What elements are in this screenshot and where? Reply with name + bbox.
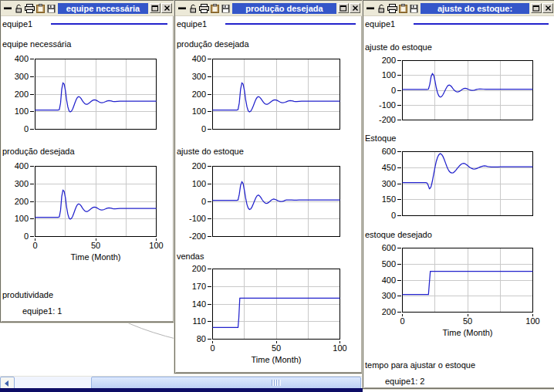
x-tick-label: 50 xyxy=(272,343,281,353)
y-tick-mark xyxy=(208,129,211,130)
chart-estoque: 6004503001500 xyxy=(365,151,553,218)
x-tick-label: 100 xyxy=(149,241,163,250)
x-tick-label: 0 xyxy=(32,241,37,250)
y-tick-label: -100 xyxy=(189,214,206,223)
print-icon[interactable] xyxy=(387,4,397,13)
y-tick-label: 200 xyxy=(192,161,206,171)
lock-icon[interactable] xyxy=(188,4,198,13)
close-button[interactable] xyxy=(542,3,553,13)
plot-area xyxy=(212,59,340,130)
canvas-bottom-edge xyxy=(0,388,363,392)
y-tick-mark xyxy=(208,269,211,269)
window-title[interactable]: produção desejada xyxy=(232,3,336,14)
x-tick-label: 50 xyxy=(463,316,472,326)
x-tick-label: 100 xyxy=(525,316,539,326)
save-icon[interactable] xyxy=(46,4,56,13)
window-menu-icon[interactable] xyxy=(366,4,376,13)
chart-ajuste-do-estoque: 2001000-100-200 xyxy=(365,60,553,122)
lock-icon[interactable] xyxy=(377,4,387,13)
run-name: equipe1 xyxy=(365,19,395,29)
y-tick-mark xyxy=(397,264,401,265)
y-tick-mark xyxy=(30,201,34,202)
parameter-readout: tempo para ajustar o estoque equipe1: 2 xyxy=(365,360,553,386)
graph-title: estoque desejado xyxy=(365,230,553,240)
titlebar[interactable]: equipe necessária xyxy=(1,1,174,16)
save-icon[interactable] xyxy=(221,4,231,13)
y-tick-label: 100 xyxy=(15,214,29,223)
maximize-button[interactable] xyxy=(531,3,542,13)
y-tick-label: 100 xyxy=(192,179,206,188)
y-tick-label: 0 xyxy=(24,231,29,241)
run-name: equipe1 xyxy=(2,19,32,29)
y-tick-mark xyxy=(208,339,211,340)
y-tick-label: 400 xyxy=(382,275,396,285)
close-button[interactable] xyxy=(350,3,360,13)
y-tick-label: 400 xyxy=(15,161,29,171)
y-tick-mark xyxy=(397,105,401,106)
y-tick-mark xyxy=(208,166,211,167)
y-tick-label: 100 xyxy=(192,106,206,116)
save-icon[interactable] xyxy=(409,4,419,13)
x-tick-label: 0 xyxy=(210,343,215,353)
y-tick-label: 200 xyxy=(15,90,29,99)
y-tick-label: 0 xyxy=(391,86,396,95)
chart-vendas: 20017014011080050100Time (Month) xyxy=(177,269,360,365)
legend-line xyxy=(414,23,549,25)
x-axis-title: Time (Month) xyxy=(402,328,533,338)
print-icon[interactable] xyxy=(199,4,209,13)
titlebar[interactable]: ajuste do estoque: xyxy=(363,1,554,16)
y-tick-label: 200 xyxy=(15,197,29,206)
scroll-left-arrow-icon xyxy=(5,380,8,387)
y-tick-label: 200 xyxy=(382,307,396,316)
window-menu-icon[interactable] xyxy=(3,4,13,13)
clipboard-icon[interactable] xyxy=(210,4,220,13)
plot-area xyxy=(212,269,340,340)
y-axis: 4003002001000 xyxy=(2,59,35,130)
parameter-value: equipe1: 2 xyxy=(365,377,553,386)
y-tick-mark xyxy=(397,167,401,168)
chart-producao-desejada: 4003002001000050100Time (Month) xyxy=(2,166,172,262)
graph-title: ajuste do estoque xyxy=(177,147,360,157)
y-tick-label: 140 xyxy=(192,299,206,309)
y-tick-label: 200 xyxy=(382,56,396,65)
maximize-button[interactable] xyxy=(338,3,349,13)
x-axis: 050100 xyxy=(35,238,157,251)
clipboard-icon[interactable] xyxy=(35,4,46,13)
window-equipe-necessaria: equipe necessária equipe1 equipe necessá… xyxy=(0,0,174,323)
x-axis-title: Time (Month) xyxy=(212,355,340,365)
scrollbar-grip-icon xyxy=(272,380,281,386)
y-tick-mark xyxy=(30,111,34,112)
window-producao-desejada: produção desejada equipe1 produção desej… xyxy=(174,0,363,373)
y-tick-mark xyxy=(208,111,211,112)
y-tick-label: 100 xyxy=(382,70,396,79)
window-title[interactable]: ajuste do estoque: xyxy=(421,3,529,14)
y-tick-mark xyxy=(208,236,211,237)
graph-title: ajuste do estoque xyxy=(365,42,553,52)
y-tick-mark xyxy=(397,60,401,61)
titlebar[interactable]: produção desejada xyxy=(175,1,362,16)
window-menu-icon[interactable] xyxy=(177,4,187,13)
y-tick-label: -100 xyxy=(379,100,396,110)
window-title[interactable]: equipe necessária xyxy=(58,3,148,14)
horizontal-scrollbar[interactable] xyxy=(0,376,363,389)
y-tick-label: 600 xyxy=(382,243,396,252)
print-icon[interactable] xyxy=(25,4,35,13)
parameter-value: equipe1: 1 xyxy=(2,306,172,316)
y-tick-mark xyxy=(397,120,401,120)
run-name: equipe1 xyxy=(177,19,207,29)
lock-icon[interactable] xyxy=(14,4,24,13)
y-tick-mark xyxy=(397,215,401,216)
close-button[interactable] xyxy=(161,3,172,13)
y-tick-mark xyxy=(397,280,401,281)
plot-area xyxy=(212,166,340,237)
y-tick-label: 0 xyxy=(201,124,206,133)
x-axis: 050100 xyxy=(402,314,533,326)
graph-title: produção desejada xyxy=(2,147,172,157)
clipboard-icon[interactable] xyxy=(398,4,408,13)
maximize-button[interactable] xyxy=(150,3,160,13)
y-tick-label: 0 xyxy=(391,211,396,220)
y-tick-label: 0 xyxy=(201,197,206,206)
y-tick-mark xyxy=(208,201,211,202)
y-tick-mark xyxy=(30,129,34,130)
y-tick-mark xyxy=(397,199,401,200)
